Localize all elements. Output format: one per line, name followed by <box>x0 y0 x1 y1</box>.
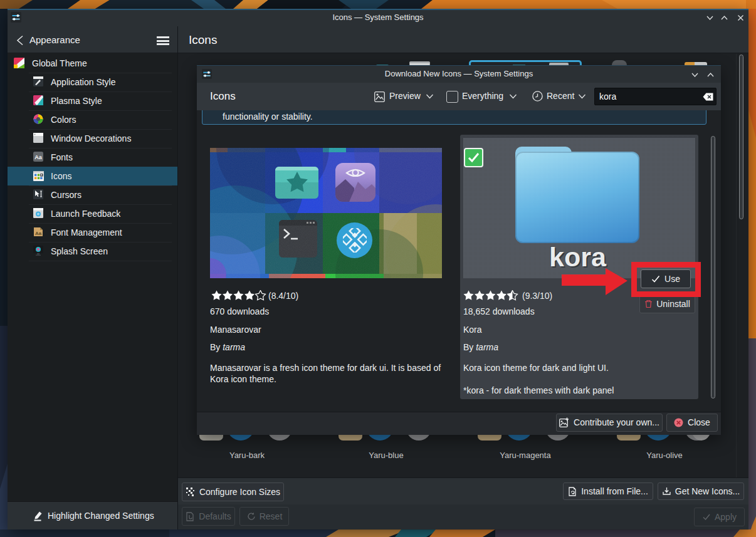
svg-text:Aa: Aa <box>34 154 42 160</box>
svg-text:Aa: Aa <box>35 231 42 236</box>
